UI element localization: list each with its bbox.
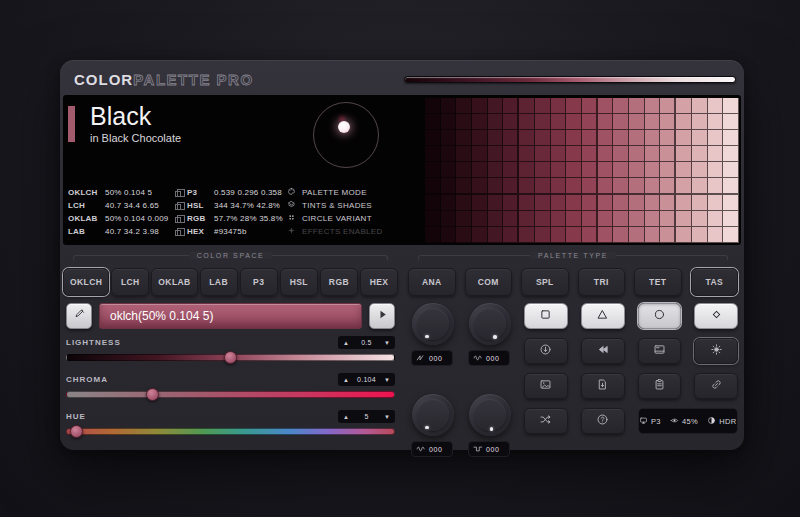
- copy-icon[interactable]: [175, 191, 181, 197]
- swatch-cell[interactable]: [723, 162, 739, 178]
- swatch-cell[interactable]: [472, 98, 488, 114]
- swatch-cell[interactable]: [676, 211, 692, 227]
- swatch-cell[interactable]: [676, 195, 692, 211]
- swatch-cell[interactable]: [582, 146, 598, 162]
- swatch-cell[interactable]: [456, 98, 472, 114]
- swatch-cell[interactable]: [456, 227, 472, 243]
- swatch-cell[interactable]: [676, 98, 692, 114]
- color-space-button-p3[interactable]: P3: [240, 268, 278, 296]
- copy-icon[interactable]: [175, 217, 181, 223]
- color-wheel[interactable]: [313, 102, 379, 168]
- swatch-cell[interactable]: [723, 114, 739, 130]
- swatch-cell[interactable]: [472, 195, 488, 211]
- swatch-cell[interactable]: [425, 227, 441, 243]
- swatch-cell[interactable]: [692, 130, 708, 146]
- swatch-cell[interactable]: [629, 227, 645, 243]
- pad-brightness[interactable]: [694, 338, 738, 364]
- swatch-cell[interactable]: [503, 130, 519, 146]
- swatch-cell[interactable]: [629, 130, 645, 146]
- swatch-cell[interactable]: [598, 114, 614, 130]
- swatch-cell[interactable]: [676, 130, 692, 146]
- swatch-cell[interactable]: [456, 146, 472, 162]
- swatch-cell[interactable]: [535, 195, 551, 211]
- swatch-cell[interactable]: [519, 130, 535, 146]
- stepper-down-icon[interactable]: ▼: [384, 340, 390, 346]
- swatch-cell[interactable]: [613, 98, 629, 114]
- knob-1[interactable]: [412, 303, 454, 345]
- swatch-cell[interactable]: [708, 211, 724, 227]
- swatch-cell[interactable]: [425, 146, 441, 162]
- swatch-cell[interactable]: [723, 146, 739, 162]
- swatch-cell[interactable]: [551, 178, 567, 195]
- swatch-cell[interactable]: [441, 130, 457, 146]
- swatch-cell[interactable]: [645, 195, 661, 211]
- swatch-cell[interactable]: [472, 146, 488, 162]
- swatch-cell[interactable]: [519, 146, 535, 162]
- pad-card-view[interactable]: [638, 338, 682, 364]
- swatch-cell[interactable]: [488, 227, 504, 243]
- pad-rewind[interactable]: [581, 338, 625, 364]
- swatch-cell[interactable]: [566, 227, 582, 243]
- swatch-cell[interactable]: [472, 178, 488, 195]
- swatch-cell[interactable]: [676, 114, 692, 130]
- color-space-button-lab[interactable]: LAB: [200, 268, 238, 296]
- color-space-button-oklch[interactable]: OKLCH: [63, 268, 109, 296]
- swatch-cell[interactable]: [582, 98, 598, 114]
- swatch-cell[interactable]: [723, 98, 739, 114]
- knob-2[interactable]: [469, 303, 511, 345]
- swatch-cell[interactable]: [598, 178, 614, 195]
- swatch-cell[interactable]: [503, 195, 519, 211]
- swatch-cell[interactable]: [676, 162, 692, 178]
- swatch-cell[interactable]: [598, 227, 614, 243]
- stepper-up-icon[interactable]: ▲: [343, 414, 349, 420]
- swatch-cell[interactable]: [613, 130, 629, 146]
- swatch-cell[interactable]: [425, 162, 441, 178]
- swatch-cell[interactable]: [708, 114, 724, 130]
- swatch-cell[interactable]: [488, 178, 504, 195]
- swatch-cell[interactable]: [425, 98, 441, 114]
- swatch-cell[interactable]: [488, 130, 504, 146]
- swatch-cell[interactable]: [441, 162, 457, 178]
- swatch-cell[interactable]: [425, 130, 441, 146]
- swatch-cell[interactable]: [551, 195, 567, 211]
- swatch-cell[interactable]: [551, 146, 567, 162]
- swatch-cell[interactable]: [598, 195, 614, 211]
- swatch-cell[interactable]: [708, 178, 724, 195]
- palette-type-button-tet[interactable]: TET: [634, 268, 682, 296]
- swatch-cell[interactable]: [645, 98, 661, 114]
- swatch-cell[interactable]: [613, 146, 629, 162]
- swatch-cell[interactable]: [629, 195, 645, 211]
- swatch-cell[interactable]: [723, 195, 739, 211]
- apply-button[interactable]: [369, 303, 395, 329]
- swatch-cell[interactable]: [582, 195, 598, 211]
- swatch-cell[interactable]: [660, 195, 676, 211]
- color-space-button-lch[interactable]: LCH: [111, 268, 149, 296]
- swatch-cell[interactable]: [645, 211, 661, 227]
- copy-icon[interactable]: [175, 204, 181, 210]
- swatch-cell[interactable]: [582, 178, 598, 195]
- swatch-cell[interactable]: [566, 114, 582, 130]
- copy-icon[interactable]: [175, 230, 181, 236]
- chroma-handle[interactable]: [146, 388, 159, 401]
- swatch-cell[interactable]: [441, 211, 457, 227]
- swatch-cell[interactable]: [472, 130, 488, 146]
- swatch-cell[interactable]: [708, 162, 724, 178]
- swatch-cell[interactable]: [519, 227, 535, 243]
- swatch-cell[interactable]: [582, 211, 598, 227]
- swatch-cell[interactable]: [535, 130, 551, 146]
- swatch-cell[interactable]: [660, 146, 676, 162]
- swatch-cell[interactable]: [708, 195, 724, 211]
- swatch-cell[interactable]: [472, 162, 488, 178]
- swatch-cell[interactable]: [535, 114, 551, 130]
- swatch-cell[interactable]: [566, 178, 582, 195]
- swatch-cell[interactable]: [723, 130, 739, 146]
- swatch-cell[interactable]: [503, 146, 519, 162]
- swatch-cell[interactable]: [425, 211, 441, 227]
- mode-tints-shades[interactable]: TINTS & SHADES: [287, 199, 383, 212]
- swatch-cell[interactable]: [456, 211, 472, 227]
- swatch-cell[interactable]: [582, 162, 598, 178]
- swatch-cell[interactable]: [692, 195, 708, 211]
- swatch-cell[interactable]: [645, 114, 661, 130]
- swatch-cell[interactable]: [629, 162, 645, 178]
- swatch-cell[interactable]: [708, 146, 724, 162]
